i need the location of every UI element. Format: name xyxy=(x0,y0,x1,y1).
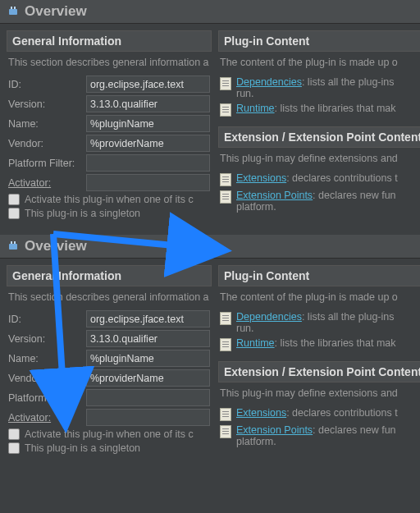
id-input[interactable] xyxy=(86,310,210,327)
plugin-content-desc: The content of the plug-in is made up o xyxy=(220,55,420,73)
plugin-content-header: Plug-in Content xyxy=(218,30,420,52)
activate-checkbox-row[interactable]: Activate this plug-in when one of its c xyxy=(8,194,210,205)
vendor-label: Vendor: xyxy=(8,373,86,384)
extensions-text: : declares contributions t xyxy=(286,407,398,419)
page-icon xyxy=(220,312,231,325)
name-input[interactable] xyxy=(86,350,210,367)
activator-input[interactable] xyxy=(86,409,210,426)
general-info-header: General Information xyxy=(7,265,212,286)
extension-content-header: Extension / Extension Point Content xyxy=(218,126,420,148)
page-icon xyxy=(220,408,231,421)
activator-label[interactable]: Activator: xyxy=(8,412,86,424)
svg-rect-2 xyxy=(14,7,16,9)
general-info-header: General Information xyxy=(7,30,212,52)
extensions-link[interactable]: Extensions xyxy=(236,407,286,419)
singleton-checkbox-row[interactable]: This plug-in is a singleton xyxy=(8,442,210,454)
extensions-link[interactable]: Extensions xyxy=(236,172,286,184)
activate-checkbox-row[interactable]: Activate this plug-in when one of its c xyxy=(8,428,210,440)
activator-label[interactable]: Activator: xyxy=(8,177,86,189)
version-label: Version: xyxy=(8,333,86,345)
singleton-checkbox-label: This plug-in is a singleton xyxy=(25,442,140,454)
general-info-section: General Information This section describ… xyxy=(7,30,212,228)
extension-points-text: : declares new fun xyxy=(313,190,395,201)
vendor-input[interactable] xyxy=(86,135,210,152)
page-title: Overview xyxy=(25,238,87,254)
dependencies-link[interactable]: Dependencies xyxy=(236,76,302,88)
activate-checkbox-label: Activate this plug-in when one of its c xyxy=(25,428,194,440)
checkbox-icon xyxy=(8,442,20,454)
general-info-section: General Information This section describ… xyxy=(7,265,212,463)
extension-points-text: : declares new fun xyxy=(313,424,395,436)
extension-content-header: Extension / Extension Point Content xyxy=(218,361,420,382)
svg-rect-1 xyxy=(11,7,12,9)
id-input[interactable] xyxy=(86,76,210,93)
svg-rect-0 xyxy=(9,9,17,15)
plugin-icon xyxy=(7,240,20,253)
name-label: Name: xyxy=(8,353,86,364)
plugin-icon xyxy=(7,5,20,18)
version-input[interactable] xyxy=(86,330,210,347)
runtime-text: : lists the libraries that mak xyxy=(275,103,396,114)
activate-checkbox-label: Activate this plug-in when one of its c xyxy=(25,194,194,205)
dependencies-item: Dependencies: lists all the plug-insrun. xyxy=(220,76,420,99)
plugin-content-header: Plug-in Content xyxy=(218,265,420,286)
extensions-item: Extensions: declares contributions t xyxy=(220,172,420,186)
page-title: Overview xyxy=(25,3,87,20)
panel-title-bar: Overview xyxy=(0,235,420,259)
runtime-item: Runtime: lists the libraries that mak xyxy=(220,337,420,351)
extension-points-item: Extension Points: declares new funplatfo… xyxy=(220,190,420,213)
id-label: ID: xyxy=(8,79,86,90)
checkbox-icon xyxy=(8,428,20,440)
svg-rect-5 xyxy=(14,241,16,244)
platform-filter-label: Platform Filter: xyxy=(8,392,86,404)
plugin-content-desc: The content of the plug-in is made up o xyxy=(220,290,420,308)
name-input[interactable] xyxy=(86,115,210,132)
version-input[interactable] xyxy=(86,95,210,112)
platform-filter-label: Platform Filter: xyxy=(8,158,86,169)
general-info-desc: This section describes general informati… xyxy=(8,55,210,73)
general-info-desc: This section describes general informati… xyxy=(8,290,210,308)
checkbox-icon xyxy=(8,208,20,219)
extension-content-section: Extension / Extension Point Content This… xyxy=(218,361,420,457)
extension-content-desc: This plug-in may define extensions and xyxy=(220,151,420,169)
dependencies-text: : lists all the plug-ins xyxy=(302,311,395,323)
page-icon xyxy=(220,173,231,186)
svg-rect-4 xyxy=(11,241,12,244)
vendor-label: Vendor: xyxy=(8,138,86,149)
version-label: Version: xyxy=(8,98,86,110)
overview-panel-1: Overview General Information This sectio… xyxy=(0,0,420,235)
checkbox-icon xyxy=(8,194,20,205)
plugin-content-section: Plug-in Content The content of the plug-… xyxy=(218,265,420,361)
panel-title-bar: Overview xyxy=(0,0,420,24)
runtime-text: : lists the libraries that mak xyxy=(275,337,396,349)
id-label: ID: xyxy=(8,314,86,325)
singleton-checkbox-row[interactable]: This plug-in is a singleton xyxy=(8,208,210,219)
activator-input[interactable] xyxy=(86,174,210,191)
platform-filter-input[interactable] xyxy=(86,154,210,172)
page-icon xyxy=(220,190,231,204)
extensions-text: : declares contributions t xyxy=(286,172,398,184)
page-icon xyxy=(220,77,231,90)
svg-rect-3 xyxy=(9,244,17,250)
extension-content-desc: This plug-in may define extensions and xyxy=(220,386,420,404)
runtime-link[interactable]: Runtime xyxy=(236,337,275,349)
overview-panel-2: Overview General Information This sectio… xyxy=(0,235,420,469)
platform-filter-input[interactable] xyxy=(86,389,210,406)
extension-points-link[interactable]: Extension Points xyxy=(236,190,313,201)
runtime-item: Runtime: lists the libraries that mak xyxy=(220,103,420,117)
page-icon xyxy=(220,425,231,438)
dependencies-text: : lists all the plug-ins xyxy=(302,76,395,88)
extension-points-link[interactable]: Extension Points xyxy=(236,424,313,436)
extension-points-item: Extension Points: declares new funplatfo… xyxy=(220,424,420,447)
extension-content-section: Extension / Extension Point Content This… xyxy=(218,126,420,222)
dependencies-link[interactable]: Dependencies xyxy=(236,311,302,323)
runtime-link[interactable]: Runtime xyxy=(236,103,275,114)
plugin-content-section: Plug-in Content The content of the plug-… xyxy=(218,30,420,126)
page-icon xyxy=(220,103,231,117)
page-icon xyxy=(220,338,231,351)
dependencies-item: Dependencies: lists all the plug-insrun. xyxy=(220,311,420,334)
extensions-item: Extensions: declares contributions t xyxy=(220,407,420,421)
vendor-input[interactable] xyxy=(86,369,210,387)
singleton-checkbox-label: This plug-in is a singleton xyxy=(25,208,140,219)
name-label: Name: xyxy=(8,118,86,130)
